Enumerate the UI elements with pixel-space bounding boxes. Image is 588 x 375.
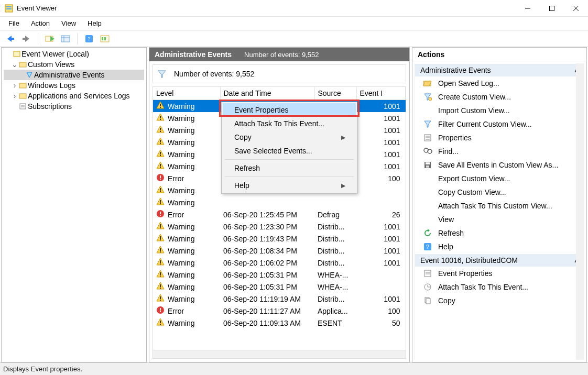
tree-apps-logs[interactable]: › Applications and Services Logs — [4, 91, 144, 101]
tree-custom-views[interactable]: ⌄ Custom Views — [4, 59, 144, 70]
warning-icon — [156, 137, 165, 147]
copy-icon — [422, 296, 433, 305]
col-source[interactable]: Source — [314, 87, 356, 100]
menu-view[interactable]: View — [56, 18, 81, 29]
action-view[interactable]: View ▶ — [415, 213, 584, 226]
minimize-button[interactable] — [516, 0, 540, 17]
actions-scrollbar[interactable] — [576, 63, 584, 360]
find-icon — [422, 147, 433, 156]
svg-rect-4 — [550, 6, 554, 10]
action-export-custom[interactable]: Export Custom View... — [415, 172, 584, 185]
col-level[interactable]: Level — [153, 87, 220, 100]
tree-admin-events[interactable]: Administrative Events — [4, 70, 144, 80]
menubar: File Action View Help — [0, 17, 588, 30]
error-icon — [156, 209, 165, 219]
back-button[interactable] — [4, 32, 17, 45]
toolbar-icon-2[interactable] — [59, 32, 72, 45]
table-row[interactable]: Warning06-Sep-20 1:05:31 PMWHEA-... — [153, 269, 406, 281]
titlebar: Event Viewer — [0, 0, 588, 17]
close-button[interactable] — [564, 0, 588, 17]
table-row[interactable]: Warning06-Sep-20 11:19:19 AMDistrib...10… — [153, 293, 406, 305]
ctx-copy[interactable]: Copy▶ — [223, 130, 356, 144]
menu-action[interactable]: Action — [26, 18, 55, 29]
actions-section1[interactable]: Administrative Events▲ — [415, 63, 584, 76]
svg-rect-59 — [160, 215, 161, 216]
ctx-help[interactable]: Help▶ — [223, 179, 356, 192]
table-row[interactable]: Warning — [153, 196, 406, 208]
warning-icon — [156, 258, 165, 268]
tree-root[interactable]: Event Viewer (Local) — [4, 49, 144, 59]
action-properties[interactable]: Properties — [415, 131, 584, 145]
svg-rect-58 — [160, 212, 161, 214]
action-copy-custom[interactable]: Copy Custom View... — [415, 185, 584, 199]
svg-rect-61 — [160, 224, 161, 227]
tree-subscriptions[interactable]: Subscriptions — [4, 101, 144, 112]
svg-rect-10 — [23, 38, 26, 40]
svg-marker-9 — [25, 36, 29, 42]
help-icon: ? — [422, 242, 433, 251]
status-text: Displays Event properties. — [3, 365, 82, 373]
svg-rect-73 — [160, 272, 161, 275]
table-row[interactable]: Warning06-Sep-20 1:08:34 PMDistrib...100… — [153, 245, 406, 257]
svg-rect-53 — [160, 191, 161, 192]
action-copy[interactable]: Copy ▶ — [415, 294, 584, 307]
filter-count-label: Number of events: 9,552 — [174, 70, 254, 78]
toolbar-help-icon[interactable]: ? — [83, 32, 95, 45]
actions-pane: Actions Administrative Events▲ Open Save… — [412, 47, 587, 362]
tree-apps-logs-label: Applications and Services Logs — [28, 92, 130, 100]
table-row[interactable]: Error06-Sep-20 11:11:27 AMApplica...100 — [153, 305, 406, 317]
action-attach-custom[interactable]: Attach Task To This Custom View... — [415, 199, 584, 213]
table-row[interactable]: Error06-Sep-20 1:25:45 PMDefrag26 — [153, 208, 406, 220]
svg-rect-26 — [20, 104, 26, 109]
svg-rect-79 — [160, 296, 161, 299]
ctx-save-selected[interactable]: Save Selected Events... — [223, 144, 356, 158]
toolbar-icon-1[interactable] — [43, 32, 56, 45]
events-table-wrap: Level Date and Time Source Event I Warni… — [153, 86, 406, 359]
svg-rect-65 — [160, 239, 161, 240]
action-help[interactable]: ? Help ▶ — [415, 240, 584, 253]
svg-line-6 — [573, 6, 579, 11]
svg-rect-8 — [11, 38, 14, 40]
col-datetime[interactable]: Date and Time — [220, 87, 314, 100]
maximize-button[interactable] — [540, 0, 564, 17]
action-create-custom[interactable]: Create Custom View... — [415, 90, 584, 104]
action-filter-current[interactable]: Filter Current Custom View... — [415, 117, 584, 131]
table-row[interactable]: Warning06-Sep-20 11:09:13 AMESENT50 — [153, 317, 406, 329]
ctx-event-properties[interactable]: Event Properties — [223, 103, 356, 117]
forward-button[interactable] — [20, 32, 32, 45]
horizontal-scrollbar[interactable] — [153, 350, 406, 358]
action-attach-task[interactable]: Attach Task To This Event... — [415, 280, 584, 294]
col-eventid[interactable]: Event I — [356, 87, 406, 100]
warning-icon — [156, 161, 165, 171]
action-save-all[interactable]: Save All Events in Custom View As... — [415, 158, 584, 172]
ctx-attach-task[interactable]: Attach Task To This Event... — [223, 117, 356, 130]
action-refresh[interactable]: Refresh — [415, 226, 584, 240]
menu-file[interactable]: File — [3, 18, 25, 29]
svg-rect-104 — [424, 270, 431, 277]
svg-rect-86 — [160, 324, 161, 325]
toolbar-icon-4[interactable] — [99, 32, 111, 45]
main-panes: Event Viewer (Local) ⌄ Custom Views Admi… — [0, 47, 588, 362]
svg-rect-99 — [426, 162, 430, 164]
action-import-custom[interactable]: Import Custom View... — [415, 104, 584, 117]
actions-section2[interactable]: Event 10016, DistributedCOM▲ — [415, 253, 584, 267]
table-row[interactable]: Warning06-Sep-20 1:23:30 PMDistrib...100… — [153, 220, 406, 233]
svg-rect-80 — [160, 300, 161, 301]
svg-rect-62 — [160, 227, 161, 228]
tree-windows-logs-label: Windows Logs — [28, 81, 75, 90]
ctx-refresh[interactable]: Refresh — [223, 161, 356, 175]
action-open-saved[interactable]: Open Saved Log... — [415, 76, 584, 90]
filter-row: Number of events: 9,552 — [153, 64, 406, 83]
action-event-properties[interactable]: Event Properties — [415, 267, 584, 280]
warning-icon — [156, 101, 165, 111]
table-row[interactable]: Warning06-Sep-20 1:06:02 PMDistrib...100… — [153, 257, 406, 269]
svg-rect-40 — [160, 140, 161, 142]
table-row[interactable]: Warning06-Sep-20 1:19:43 PMDistrib...100… — [153, 233, 406, 245]
svg-rect-20 — [104, 37, 106, 40]
menu-help[interactable]: Help — [82, 18, 107, 29]
tree-windows-logs[interactable]: › Windows Logs — [4, 80, 144, 91]
action-find[interactable]: Find... — [415, 145, 584, 158]
table-row[interactable]: Warning06-Sep-20 1:05:31 PMWHEA-... — [153, 281, 406, 293]
center-header: Administrative Events Number of events: … — [149, 48, 409, 61]
svg-rect-1 — [6, 6, 12, 7]
